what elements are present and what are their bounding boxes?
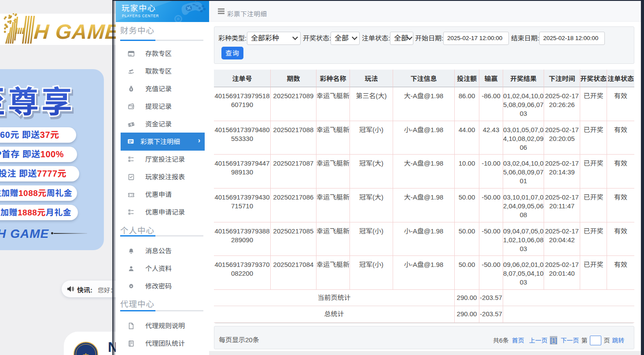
svg-text:至尊享: 至尊享 <box>0 77 75 122</box>
svg-text:H GAME: H GAME <box>33 20 116 43</box>
